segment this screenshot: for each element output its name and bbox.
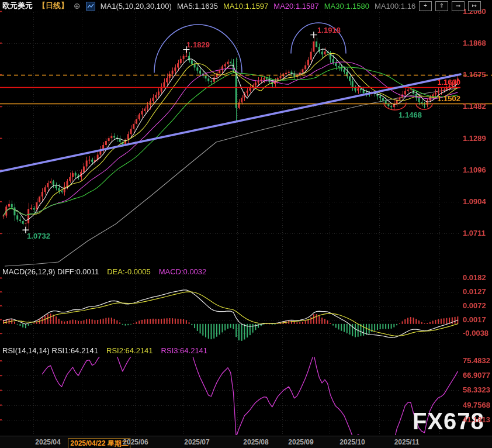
macd-axis-label: 0.0182 (463, 273, 486, 282)
price-annotation: 1.1829 (186, 40, 210, 49)
rsi3-label: RSI3:64.2141 (161, 346, 208, 355)
price-annotation: 1.0732 (27, 232, 50, 240)
x-axis-month-label: 2025/11 (394, 438, 420, 446)
price-annotation: 1.1468 (399, 111, 422, 119)
x-axis-month-label: 2025/10 (339, 438, 365, 446)
rsi-header: RSI(14,14,14) RSI1:64.2141 RSI2:64.2141 … (2, 346, 207, 355)
rsi-axis-label: 49.7568 (463, 401, 490, 409)
ma20-value: MA20:1.1587 (273, 2, 318, 11)
macd-dea-label: DEA:-0.0005 (107, 267, 150, 276)
ma100-value: MA100:1.16 (375, 2, 415, 11)
chart-toolbar: + ⇑ ⇒ ↦ (419, 1, 481, 11)
chart-type-icon[interactable] (86, 2, 95, 11)
chart-window: 欧元美元 【日线】 ⊕ MA1(5,10,20,30,100) MA5:1.16… (0, 0, 492, 448)
symbol-title: 欧元美元 (2, 1, 33, 11)
ma10-value: MA10:1.1597 (223, 2, 268, 11)
x-axis-month-label: 2025/09 (288, 438, 313, 446)
selected-date-label: 2025/04/22 星期二 (68, 438, 130, 448)
rsi-axis-label: 75.4832 (463, 356, 490, 365)
macd-value-label: MACD:0.0032 (159, 267, 207, 276)
macd-diff-label: MACD(26,12,9) DIFF:0.0011 (2, 267, 99, 276)
price-axis-label: 1.0711 (463, 229, 486, 237)
x-axis-month-label: 2025/04 (35, 438, 60, 446)
price-level-tag: 1.1502 (437, 94, 460, 103)
price-axis-label: 1.0904 (463, 197, 486, 206)
price-axis-label: 1.1289 (463, 134, 486, 143)
add-indicator-icon[interactable]: ⊕ (74, 2, 81, 9)
price-level-tag: 1.1600 (437, 78, 460, 87)
x-axis-month-label: 2025/08 (243, 438, 268, 446)
chart-header: 欧元美元 【日线】 ⊕ MA1(5,10,20,30,100) MA5:1.16… (2, 1, 415, 11)
macd-axis-label: 0.0127 (463, 287, 486, 296)
rsi1-label: RSI(14,14,14) RSI1:64.2141 (2, 346, 98, 355)
rsi2-label: RSI2:64.2141 (106, 346, 153, 355)
macd-header: MACD(26,12,9) DIFF:0.0011 DEA:-0.0005 MA… (2, 267, 206, 276)
rsi-axis-label: 41.1813 (463, 415, 490, 424)
zoom-y-axis-icon[interactable]: ⇑ (435, 1, 448, 11)
expand-right-icon[interactable]: ↦ (468, 1, 481, 11)
timeframe-label: 【日线】 (38, 1, 68, 11)
price-axis-label: 1.1482 (463, 102, 486, 111)
rsi-axis-label: 58.3323 (463, 385, 490, 394)
ma30-value: MA30:1.1580 (324, 2, 369, 11)
rsi-axis-label: 66.9077 (463, 371, 490, 380)
price-annotation: 1.1918 (317, 26, 341, 35)
price-axis-label: 1.1675 (463, 70, 486, 79)
ma5-value: MA5:1.1635 (177, 2, 218, 11)
x-axis-month-label: 2025/07 (184, 438, 209, 446)
macd-axis-label: -0.0038 (463, 329, 488, 337)
chart-canvas[interactable] (0, 0, 492, 448)
x-axis-month-label: 2025/06 (123, 438, 148, 446)
macd-axis-label: 0.0017 (463, 315, 486, 324)
line-chart-glyph (87, 3, 94, 9)
pan-icon[interactable]: + (419, 1, 432, 11)
ma-settings-label: MA1(5,10,20,30,100) (101, 2, 172, 11)
zoom-x-axis-icon[interactable]: ⇒ (452, 1, 465, 11)
macd-axis-label: 0.0072 (463, 301, 486, 310)
price-axis-label: 1.1096 (463, 166, 486, 174)
price-axis-label: 1.1868 (463, 39, 486, 47)
x-axis-bar: 2025/042025/04/22 星期二2025/062025/072025/… (0, 436, 492, 448)
